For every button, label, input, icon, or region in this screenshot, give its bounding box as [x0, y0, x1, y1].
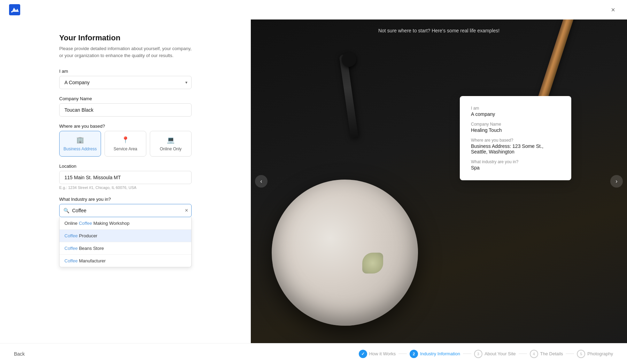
- step-2-circle: 2: [410, 350, 418, 358]
- step-4-circle: 4: [530, 350, 538, 358]
- step-3-about-site[interactable]: 3 About Your Site: [474, 350, 516, 358]
- online-only-option[interactable]: 💻 Online Only: [150, 131, 192, 157]
- header: ×: [0, 0, 627, 19]
- where-based-label: Where are you based?: [59, 124, 192, 129]
- step-1-how-it-works[interactable]: ✓ How it Works: [359, 350, 396, 358]
- step-3-circle: 3: [474, 350, 482, 358]
- dropdown-item-manufacturer[interactable]: Coffee Manufacturer: [60, 255, 191, 267]
- where-based-group: Where are you based? 🏢 Business Address …: [59, 124, 192, 157]
- step-4-details[interactable]: 4 The Details: [530, 350, 563, 358]
- step-5-label: Photography: [587, 351, 613, 356]
- dropdown-item-producer[interactable]: Coffee Producer: [60, 230, 191, 242]
- step-2-industry-info[interactable]: 2 Industry Information: [410, 350, 460, 358]
- svg-point-1: [11, 11, 13, 13]
- step-3-label: About Your Site: [485, 351, 516, 356]
- step-1-circle: ✓: [359, 350, 367, 358]
- i-am-select-wrapper: A Company An Individual An Organization …: [59, 76, 192, 89]
- card-i-am-field: I am A company: [471, 106, 560, 117]
- form-subtitle: Please provide detailed information abou…: [59, 45, 192, 59]
- form-title: Your Information: [59, 33, 192, 42]
- i-am-group: I am A Company An Individual An Organiza…: [59, 69, 192, 89]
- business-address-option[interactable]: 🏢 Business Address: [59, 131, 101, 157]
- location-group: Location E.g.: 1234 Street #1, Chicago, …: [59, 164, 192, 190]
- step-5-circle: 5: [577, 350, 585, 358]
- company-name-group: Company Name: [59, 96, 192, 117]
- service-area-option[interactable]: 📍 Service Area: [104, 131, 146, 157]
- online-only-icon: 💻: [167, 136, 175, 144]
- industry-clear-button[interactable]: ×: [185, 208, 188, 213]
- highlight-coffee-4: Coffee: [64, 258, 78, 263]
- right-panel: Not sure where to start? Here's some rea…: [251, 19, 627, 343]
- steps-navigation: ✓ How it Works 2 Industry Information 3 …: [359, 350, 613, 358]
- leaf-decoration: [362, 253, 383, 274]
- card-where-based-field: Where are you based? Business Address: 1…: [471, 138, 560, 155]
- info-card: I am A company Company Name Healing Touc…: [460, 96, 571, 180]
- helper-text: Not sure where to start? Here's some rea…: [378, 28, 500, 33]
- plate-circle: [272, 180, 418, 326]
- location-label: Location: [59, 164, 192, 169]
- search-icon: 🔍: [63, 208, 69, 213]
- business-address-label: Business Address: [63, 147, 96, 151]
- card-i-am-label: I am: [471, 106, 560, 111]
- business-address-icon: 🏢: [76, 136, 84, 144]
- online-only-label: Online Only: [160, 147, 182, 151]
- right-panel-background: Not sure where to start? Here's some rea…: [251, 19, 627, 343]
- logo: [8, 3, 21, 16]
- carousel-next-button[interactable]: ›: [610, 175, 623, 188]
- card-where-based-value: Business Address: 123 Some St., Seattle,…: [471, 143, 560, 155]
- card-company-value: Healing Touch: [471, 127, 560, 133]
- card-industry-label: What industry are you in?: [471, 159, 560, 164]
- close-button[interactable]: ×: [607, 4, 619, 15]
- card-company-label: Company Name: [471, 122, 560, 127]
- step-divider-4-5: [566, 354, 574, 354]
- card-where-based-label: Where are you based?: [471, 138, 560, 143]
- industry-group: What Industry are you in? 🔍 × Online Cof…: [59, 197, 192, 267]
- company-name-input[interactable]: [59, 103, 192, 117]
- step-divider-2-3: [463, 354, 471, 354]
- step-4-label: The Details: [540, 351, 563, 356]
- card-industry-field: What industry are you in? Spa: [471, 159, 560, 171]
- industry-search-wrapper: 🔍 ×: [59, 204, 192, 217]
- card-company-field: Company Name Healing Touch: [471, 122, 560, 133]
- card-i-am-value: A company: [471, 111, 560, 117]
- industry-label: What Industry are you in?: [59, 197, 192, 202]
- location-input[interactable]: [59, 171, 192, 184]
- i-am-select[interactable]: A Company An Individual An Organization: [59, 76, 192, 89]
- step-2-label: Industry Information: [420, 351, 460, 356]
- highlight-coffee-1: Coffee: [79, 221, 92, 226]
- step-5-photography[interactable]: 5 Photography: [577, 350, 613, 358]
- back-button[interactable]: Back: [14, 351, 25, 357]
- i-am-label: I am: [59, 69, 192, 74]
- highlight-coffee-2: Coffee: [64, 233, 78, 238]
- service-area-icon: 📍: [122, 136, 129, 144]
- carousel-prev-button[interactable]: ‹: [255, 175, 268, 188]
- location-options: 🏢 Business Address 📍 Service Area 💻 Onli…: [59, 131, 192, 157]
- industry-search-input[interactable]: [59, 204, 192, 217]
- footer: Back ✓ How it Works 2 Industry Informati…: [0, 343, 627, 364]
- step-divider-1-2: [398, 354, 407, 354]
- dropdown-item-workshop[interactable]: Online Coffee Making Workshop: [60, 217, 191, 230]
- card-industry-value: Spa: [471, 165, 560, 171]
- industry-dropdown: Online Coffee Making Workshop Coffee Pro…: [59, 217, 192, 267]
- left-panel: Your Information Please provide detailed…: [0, 19, 251, 343]
- service-area-label: Service Area: [114, 147, 137, 151]
- background-decoration: [251, 19, 627, 343]
- step-1-label: How it Works: [369, 351, 396, 356]
- dropdown-item-beans[interactable]: Coffee Beans Store: [60, 242, 191, 255]
- step-divider-3-4: [519, 354, 527, 354]
- company-name-label: Company Name: [59, 96, 192, 101]
- highlight-coffee-3: Coffee: [64, 246, 78, 251]
- location-hint: E.g.: 1234 Street #1, Chicago, IL 60076,…: [59, 185, 192, 190]
- step-1-check-icon: ✓: [361, 351, 365, 356]
